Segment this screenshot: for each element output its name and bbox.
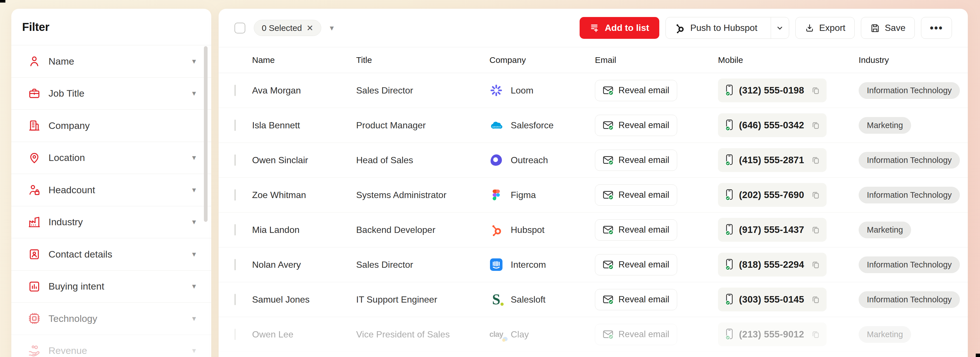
salesloft-logo: S — [490, 293, 503, 306]
phone-check-icon — [724, 328, 734, 340]
mobile-pill[interactable]: (646) 555-0342 — [718, 113, 827, 137]
chevron-down-icon — [776, 24, 784, 32]
mobile-number: (818) 555-2294 — [739, 259, 804, 270]
row-checkbox[interactable] — [234, 328, 235, 340]
phone-check-icon — [724, 294, 734, 305]
chevron-down-icon: ▾ — [192, 57, 196, 65]
figma-logo — [490, 188, 503, 202]
copy-icon[interactable] — [811, 191, 820, 200]
person-lock-icon — [28, 183, 41, 196]
export-button[interactable]: Export — [795, 17, 855, 39]
company-name: Salesloft — [511, 294, 546, 305]
contact-name: Ava Morgan — [252, 85, 356, 96]
company-name: Hubspot — [511, 225, 544, 235]
email-check-icon — [603, 260, 614, 270]
column-header-mobile[interactable]: Mobile — [718, 55, 859, 65]
select-all-checkbox[interactable] — [234, 23, 245, 33]
copy-icon[interactable] — [811, 295, 820, 304]
mobile-pill[interactable]: (415) 555-2871 — [718, 148, 827, 172]
mobile-pill[interactable]: (213) 555-9012 — [718, 322, 827, 346]
email-check-icon — [603, 330, 614, 340]
copy-icon[interactable] — [811, 86, 820, 95]
mobile-number: (303) 555-0145 — [739, 294, 804, 305]
column-header-title[interactable]: Title — [356, 55, 490, 65]
column-header-email[interactable]: Email — [595, 55, 718, 65]
row-checkbox[interactable] — [234, 224, 235, 235]
selected-count-label: 0 Selected — [262, 23, 302, 33]
contact-title: Product Manager — [356, 120, 490, 131]
row-checkbox[interactable] — [234, 85, 235, 96]
save-icon — [870, 23, 880, 33]
close-icon[interactable]: ✕ — [307, 23, 313, 33]
mobile-pill[interactable]: (202) 555-7690 — [718, 183, 827, 207]
more-options-button[interactable]: ••• — [921, 17, 952, 39]
copy-icon[interactable] — [811, 156, 820, 165]
row-checkbox[interactable] — [234, 154, 235, 166]
reveal-email-button[interactable]: Reveal email — [595, 184, 677, 206]
sidebar-item-name[interactable]: Name ▾ — [11, 45, 211, 78]
column-header-company[interactable]: Company — [490, 55, 595, 65]
factory-icon — [28, 216, 41, 228]
export-label: Export — [819, 23, 845, 33]
screen-corner-artifact — [0, 0, 5, 3]
row-checkbox[interactable] — [234, 189, 235, 201]
reveal-email-button[interactable]: Reveal email — [595, 289, 677, 310]
copy-icon[interactable] — [811, 330, 820, 339]
mobile-number: (415) 555-2871 — [739, 155, 804, 165]
save-button[interactable]: Save — [861, 17, 915, 39]
sidebar-item-revenue[interactable]: Revenue ▾ — [11, 335, 211, 357]
sidebar-item-label: Headcount — [48, 184, 95, 195]
row-checkbox[interactable] — [234, 119, 235, 131]
mobile-pill[interactable]: (303) 555-0145 — [718, 287, 827, 311]
outreach-logo — [490, 153, 503, 167]
reveal-email-button[interactable]: Reveal email — [595, 324, 677, 345]
sidebar-item-technology[interactable]: Technology ▾ — [11, 303, 211, 335]
phone-check-icon — [724, 119, 734, 131]
sidebar-item-location[interactable]: Location ▾ — [11, 142, 211, 174]
contact-name: Samuel Jones — [252, 294, 356, 305]
row-checkbox[interactable] — [234, 259, 235, 270]
selected-count-chip[interactable]: 0 Selected ✕ — [254, 20, 321, 36]
sidebar-item-label: Technology — [48, 313, 97, 324]
company-name: Outreach — [511, 155, 548, 165]
sidebar-item-label: Name — [48, 56, 74, 67]
mobile-pill[interactable]: (818) 555-2294 — [718, 253, 827, 276]
phone-check-icon — [724, 84, 734, 96]
sidebar-item-job-title[interactable]: Job Title ▾ — [11, 78, 211, 110]
contact-name: Nolan Avery — [252, 260, 356, 270]
table-row: Mia Landon Backend Developer Hubspot Rev… — [219, 213, 968, 248]
add-to-list-button[interactable]: Add to list — [580, 17, 659, 39]
contact-name: Zoe Whitman — [252, 190, 356, 200]
contact-title: IT Support Engineer — [356, 294, 490, 305]
sidebar-scrollbar-thumb[interactable] — [204, 46, 208, 222]
reveal-email-button[interactable]: Reveal email — [595, 254, 677, 275]
row-checkbox[interactable] — [234, 294, 235, 305]
sidebar-item-headcount[interactable]: Headcount ▾ — [11, 174, 211, 206]
column-header-industry[interactable]: Industry — [859, 55, 952, 65]
mobile-pill[interactable]: (917) 555-1437 — [718, 218, 827, 242]
reveal-email-button[interactable]: Reveal email — [595, 149, 677, 171]
push-to-hubspot-button[interactable]: Push to Hubspot — [666, 17, 766, 38]
company-cell: Loom — [490, 84, 595, 97]
contact-title: Sales Director — [356, 85, 490, 96]
copy-icon[interactable] — [811, 260, 820, 269]
chevron-down-icon[interactable]: ▾ — [330, 23, 334, 33]
column-header-name[interactable]: Name — [252, 55, 356, 65]
company-cell: S Salesloft — [490, 293, 595, 306]
building-icon — [28, 119, 41, 132]
sidebar-item-company[interactable]: Company — [11, 109, 211, 142]
sidebar-item-label: Buying intent — [48, 281, 104, 292]
reveal-email-button[interactable]: Reveal email — [595, 115, 677, 136]
reveal-email-button[interactable]: Reveal email — [595, 80, 677, 101]
mobile-pill[interactable]: (312) 555-0198 — [718, 78, 827, 102]
copy-icon[interactable] — [811, 225, 820, 234]
copy-icon[interactable] — [811, 121, 820, 130]
reveal-email-button[interactable]: Reveal email — [595, 219, 677, 241]
toolbar-actions: Add to list Push to Hubspot Export — [580, 17, 952, 39]
sidebar-item-industry[interactable]: Industry ▾ — [11, 206, 211, 238]
push-to-hubspot-dropdown[interactable] — [771, 17, 789, 38]
email-check-icon — [603, 190, 614, 200]
sidebar-item-contact-details[interactable]: Contact details ▾ — [11, 238, 211, 271]
sidebar-item-buying-intent[interactable]: Buying intent ▾ — [11, 271, 211, 303]
hubspot-logo — [490, 223, 503, 236]
